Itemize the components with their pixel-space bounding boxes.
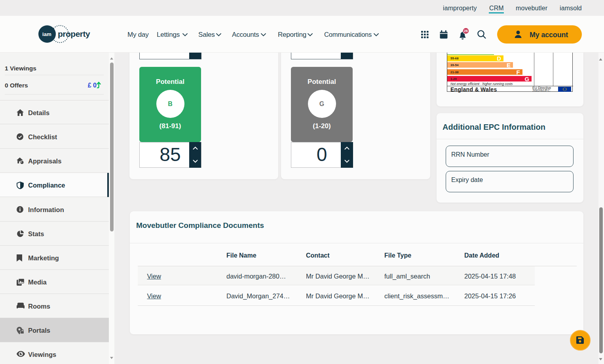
- svg-text:iam: iam: [42, 31, 51, 37]
- svg-text:26: 26: [464, 29, 468, 33]
